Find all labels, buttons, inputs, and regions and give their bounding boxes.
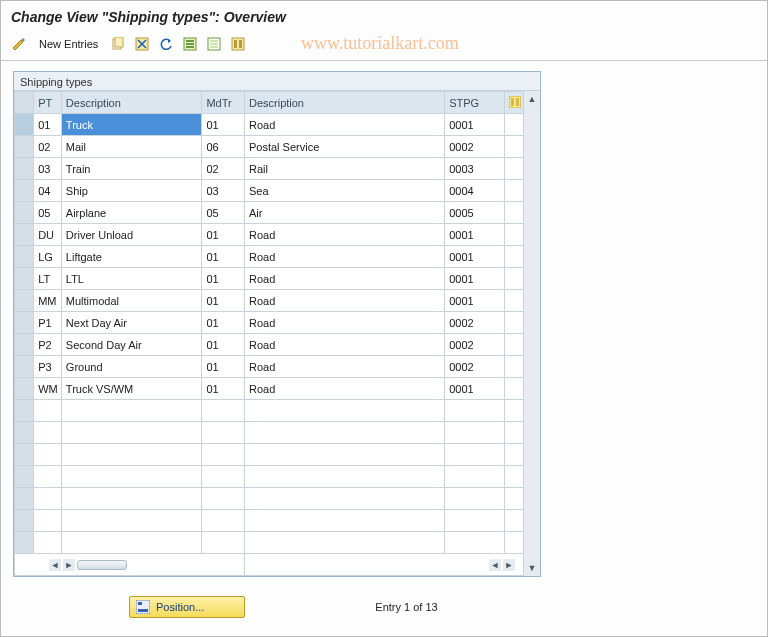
- cell-desc2[interactable]: Road: [244, 378, 444, 400]
- cell-empty[interactable]: [34, 532, 62, 554]
- cell-pt[interactable]: P1: [34, 312, 62, 334]
- table-row-empty[interactable]: [15, 488, 524, 510]
- cell-stpg[interactable]: 0001: [445, 114, 505, 136]
- cell-empty[interactable]: [445, 510, 505, 532]
- table-row[interactable]: 01Truck01Road0001: [15, 114, 524, 136]
- row-handle[interactable]: [15, 180, 34, 202]
- cell-mdtr[interactable]: 02: [202, 158, 245, 180]
- cell-stpg[interactable]: 0002: [445, 136, 505, 158]
- table-row[interactable]: LTLTL01Road0001: [15, 268, 524, 290]
- cell-pt[interactable]: 05: [34, 202, 62, 224]
- table-row[interactable]: MMMultimodal01Road0001: [15, 290, 524, 312]
- cell-stpg[interactable]: 0001: [445, 268, 505, 290]
- cell-empty[interactable]: [61, 444, 202, 466]
- position-button[interactable]: Position...: [129, 596, 245, 618]
- table-row[interactable]: 05Airplane05Air0005: [15, 202, 524, 224]
- shipping-types-grid[interactable]: PT Description MdTr Description STPG 01T…: [14, 91, 524, 576]
- cell-pt[interactable]: MM: [34, 290, 62, 312]
- cell-stpg[interactable]: 0002: [445, 312, 505, 334]
- cell-pt[interactable]: 02: [34, 136, 62, 158]
- col-description[interactable]: Description: [61, 92, 202, 114]
- cell-desc[interactable]: Second Day Air: [61, 334, 202, 356]
- cell-empty[interactable]: [445, 400, 505, 422]
- cell-mdtr[interactable]: 05: [202, 202, 245, 224]
- table-row-empty[interactable]: [15, 400, 524, 422]
- cell-empty[interactable]: [445, 488, 505, 510]
- cell-desc[interactable]: Train: [61, 158, 202, 180]
- cell-empty[interactable]: [34, 488, 62, 510]
- cell-stpg[interactable]: 0001: [445, 378, 505, 400]
- cell-pt[interactable]: 01: [34, 114, 62, 136]
- cell-empty[interactable]: [202, 532, 245, 554]
- cell-empty[interactable]: [61, 532, 202, 554]
- cell-stpg[interactable]: 0001: [445, 224, 505, 246]
- cell-mdtr[interactable]: 01: [202, 268, 245, 290]
- cell-stpg[interactable]: 0001: [445, 290, 505, 312]
- table-row-empty[interactable]: [15, 466, 524, 488]
- cell-empty[interactable]: [202, 444, 245, 466]
- h-scroll-right-icon[interactable]: ►: [63, 559, 75, 571]
- cell-stpg[interactable]: 0002: [445, 356, 505, 378]
- col-description-2[interactable]: Description: [244, 92, 444, 114]
- cell-stpg[interactable]: 0004: [445, 180, 505, 202]
- col-stpg[interactable]: STPG: [445, 92, 505, 114]
- row-selector-header[interactable]: [15, 92, 34, 114]
- table-row[interactable]: 03Train02Rail0003: [15, 158, 524, 180]
- table-row[interactable]: 04Ship03Sea0004: [15, 180, 524, 202]
- v-scroll-up-icon[interactable]: ▲: [524, 91, 540, 107]
- cell-empty[interactable]: [445, 422, 505, 444]
- table-row-empty[interactable]: [15, 510, 524, 532]
- table-row[interactable]: P2Second Day Air01Road0002: [15, 334, 524, 356]
- cell-pt[interactable]: 03: [34, 158, 62, 180]
- table-row[interactable]: 02Mail06Postal Service0002: [15, 136, 524, 158]
- cell-desc[interactable]: Truck VS/WM: [61, 378, 202, 400]
- deselect-all-icon[interactable]: [204, 34, 224, 54]
- new-entries-button[interactable]: New Entries: [33, 34, 104, 54]
- cell-mdtr[interactable]: 03: [202, 180, 245, 202]
- row-handle[interactable]: [15, 356, 34, 378]
- cell-desc2[interactable]: Road: [244, 224, 444, 246]
- cell-stpg[interactable]: 0003: [445, 158, 505, 180]
- row-handle[interactable]: [15, 334, 34, 356]
- row-handle[interactable]: [15, 378, 34, 400]
- cell-mdtr[interactable]: 01: [202, 114, 245, 136]
- cell-desc[interactable]: Next Day Air: [61, 312, 202, 334]
- configure-columns-icon[interactable]: [504, 92, 523, 114]
- cell-desc2[interactable]: Sea: [244, 180, 444, 202]
- cell-empty[interactable]: [504, 422, 523, 444]
- cell-empty[interactable]: [202, 510, 245, 532]
- cell-mdtr[interactable]: 06: [202, 136, 245, 158]
- cell-empty[interactable]: [445, 466, 505, 488]
- cell-desc[interactable]: Airplane: [61, 202, 202, 224]
- cell-pt[interactable]: LG: [34, 246, 62, 268]
- cell-empty[interactable]: [445, 532, 505, 554]
- undo-icon[interactable]: [156, 34, 176, 54]
- toggle-change-icon[interactable]: [9, 34, 29, 54]
- cell-empty[interactable]: [34, 510, 62, 532]
- cell-desc2[interactable]: Road: [244, 334, 444, 356]
- cell-empty[interactable]: [244, 422, 444, 444]
- row-handle[interactable]: [15, 510, 34, 532]
- row-handle[interactable]: [15, 444, 34, 466]
- table-row-empty[interactable]: [15, 444, 524, 466]
- cell-desc[interactable]: LTL: [61, 268, 202, 290]
- cell-empty[interactable]: [504, 444, 523, 466]
- row-handle[interactable]: [15, 224, 34, 246]
- cell-empty[interactable]: [445, 444, 505, 466]
- cell-mdtr[interactable]: 01: [202, 246, 245, 268]
- table-row-empty[interactable]: [15, 532, 524, 554]
- h-scroll-thumb[interactable]: [77, 560, 127, 570]
- row-handle[interactable]: [15, 158, 34, 180]
- cell-desc[interactable]: Ground: [61, 356, 202, 378]
- cell-empty[interactable]: [202, 488, 245, 510]
- cell-desc[interactable]: Mail: [61, 136, 202, 158]
- cell-empty[interactable]: [202, 400, 245, 422]
- cell-pt[interactable]: P3: [34, 356, 62, 378]
- v-scroll-down-icon[interactable]: ▼: [524, 560, 540, 576]
- cell-desc[interactable]: Liftgate: [61, 246, 202, 268]
- cell-empty[interactable]: [34, 444, 62, 466]
- cell-mdtr[interactable]: 01: [202, 334, 245, 356]
- cell-empty[interactable]: [244, 488, 444, 510]
- cell-mdtr[interactable]: 01: [202, 378, 245, 400]
- select-all-icon[interactable]: [180, 34, 200, 54]
